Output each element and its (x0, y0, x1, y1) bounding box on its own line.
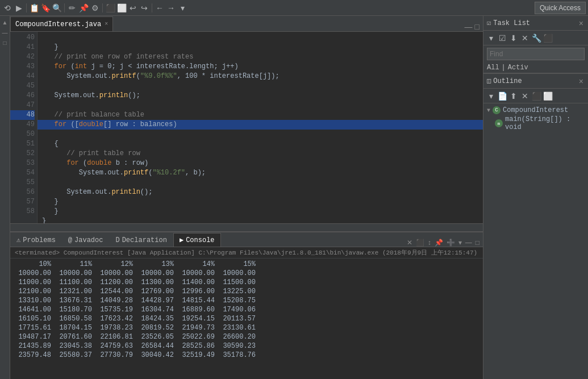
task-list-icon: ☑ (487, 19, 491, 27)
outline-class-item[interactable]: ▼ C CompoundInterest (483, 106, 588, 115)
outline-btn-4[interactable]: ✕ (520, 91, 530, 101)
ln-44: 44 (10, 72, 35, 81)
editor-tab-close[interactable]: × (105, 21, 108, 27)
col-14: 14% (178, 260, 219, 269)
console-pin-btn[interactable]: 📌 (433, 239, 444, 247)
console-data-row-5: 14641.0015180.7015735.1916304.7416889.60… (15, 305, 478, 314)
toolbar-btn-10[interactable]: ⬜ (116, 3, 127, 13)
toolbar-btn-3[interactable]: 📋 (29, 3, 39, 13)
task-list-title: Task List (493, 19, 530, 27)
task-filter-active-label[interactable]: Activ (508, 64, 528, 72)
toolbar-sep-1 (26, 3, 27, 13)
tab-max-btn[interactable]: □ (474, 22, 481, 31)
ln-43: 43 (10, 62, 35, 72)
task-btn-4[interactable]: ✕ (520, 33, 530, 43)
toolbar-btn-11[interactable]: ↩ (128, 3, 138, 13)
gutter-btn-up[interactable]: ▲ (1, 18, 9, 26)
outline-section: ◫ Outline × ▾ 📄 ⬆ ✕ ⬛ ⬜ ▼ C CompoundInte… (483, 73, 588, 379)
h-scrollbar[interactable] (10, 223, 483, 231)
outline-method-icon: m (495, 119, 503, 127)
outline-btn-3[interactable]: ⬆ (508, 91, 519, 101)
main-layout: ▲ — □ CompoundInterest.java × — □ 40 (0, 16, 588, 379)
task-find-input[interactable] (487, 48, 585, 60)
outline-icon: ◫ (487, 77, 491, 85)
outline-class-icon: C (493, 106, 501, 114)
ln-52: 52 (10, 149, 35, 159)
col-15: 15% (219, 260, 260, 269)
col-11: 11% (56, 260, 97, 269)
ln-56: 56 (10, 188, 35, 197)
console-data-row-8: 19487.1720761.6022106.8123526.0525022.69… (15, 332, 478, 341)
ln-45: 45 (10, 81, 35, 91)
ln-46: 46 (10, 91, 35, 101)
console-data-row-3: 12100.0012321.0012544.0012769.0012996.00… (15, 287, 478, 296)
ln-53: 53 (10, 159, 35, 168)
console-scroll-btn[interactable]: ↕ (427, 239, 432, 247)
outline-close-btn[interactable]: × (578, 77, 585, 86)
console-stop-btn[interactable]: ⬛ (415, 239, 426, 247)
task-btn-1[interactable]: ▾ (486, 33, 496, 43)
outline-btn-6[interactable]: ⬜ (543, 91, 553, 101)
console-new-btn[interactable]: ➕ (445, 239, 456, 247)
gutter-btn-min[interactable]: — (1, 28, 9, 36)
col-10: 10% (15, 260, 56, 269)
tab-declaration[interactable]: D Declaration (109, 233, 173, 247)
toolbar-btn-6[interactable]: ✏ (67, 3, 77, 13)
col-12: 12% (97, 260, 137, 269)
bottom-tabs: ⚠ Problems @ Javadoc D Declaration ▶ Con… (10, 232, 483, 247)
toolbar-btn-8[interactable]: ⚙ (90, 3, 100, 13)
gutter-btn-max[interactable]: □ (1, 39, 9, 47)
ln-42: 42 (10, 52, 35, 62)
outline-btn-5[interactable]: ⬛ (531, 91, 541, 101)
tab-min-btn[interactable]: — (464, 22, 474, 31)
ln-57: 57 (10, 197, 35, 207)
task-btn-3[interactable]: ⬇ (508, 33, 519, 43)
task-filter-all-label[interactable]: All (487, 64, 499, 72)
console-data-row-7: 17715.6118704.1519738.2320819.5221949.73… (15, 323, 478, 332)
console-content[interactable]: 10% 11% 12% 13% 14% 15% 10000.0010000.00… (10, 259, 483, 379)
console-min-btn[interactable]: — (464, 239, 473, 247)
ln-51: 51 (10, 139, 35, 149)
outline-btn-2[interactable]: 📄 (497, 91, 507, 101)
console-max-btn[interactable]: □ (474, 239, 481, 247)
outline-content: ▼ C CompoundInterest m main(String[]) : … (483, 103, 588, 379)
bottom-panel: ⚠ Problems @ Javadoc D Declaration ▶ Con… (10, 231, 483, 379)
ln-48: 48 (10, 110, 35, 120)
toolbar-btn-nav-drop[interactable]: ▾ (177, 3, 187, 13)
tab-javadoc[interactable]: @ Javadoc (62, 233, 110, 247)
task-list-toolbar: ▾ ☑ ⬇ ✕ 🔧 ⬛ (483, 31, 588, 45)
toolbar-btn-nav-fwd[interactable]: → (166, 3, 176, 13)
outline-header: ◫ Outline × (483, 74, 588, 89)
editor-scroll[interactable]: } // print one row of interest rates for… (37, 32, 483, 223)
toolbar-btn-2[interactable]: ▶ (14, 3, 24, 13)
ln-47: 47 (10, 101, 35, 110)
editor-tab-compound[interactable]: CompoundInterest.java × (10, 16, 113, 31)
toolbar-btn-nav-back[interactable]: ← (155, 3, 165, 13)
tab-console[interactable]: ▶ Console (173, 233, 221, 247)
outline-method-name: main(String[]) : void (505, 115, 585, 131)
task-btn-6[interactable]: ⬛ (543, 33, 553, 43)
toolbar-btn-1[interactable]: ⟲ (2, 3, 12, 13)
task-btn-2[interactable]: ☑ (497, 33, 507, 43)
outline-method-item[interactable]: m main(String[]) : void (483, 115, 588, 132)
toolbar-btn-12[interactable]: ↪ (139, 3, 149, 13)
editor-tab-label: CompoundInterest.java (15, 20, 101, 28)
toolbar-btn-7[interactable]: 📌 (78, 3, 89, 13)
outline-btn-1[interactable]: ▾ (486, 91, 496, 101)
console-data-row-1: 10000.0010000.0010000.0010000.0010000.00… (15, 269, 478, 278)
toolbar-sep-2 (64, 3, 65, 13)
task-list-close-btn[interactable]: × (578, 19, 585, 28)
right-panel: ☑ Task List × ▾ ☑ ⬇ ✕ 🔧 ⬛ All | Activ ◫ … (483, 16, 588, 379)
tab-problems[interactable]: ⚠ Problems (10, 233, 62, 247)
task-list-header: ☑ Task List × (483, 16, 588, 31)
tab-controls: — □ (464, 22, 483, 31)
task-btn-5[interactable]: 🔧 (531, 33, 541, 43)
console-clear-btn[interactable]: ✕ (406, 239, 414, 247)
toolbar-btn-5[interactable]: 🔍 (52, 3, 62, 13)
toolbar-btn-9[interactable]: ⬛ (105, 3, 115, 13)
quick-access-button[interactable]: Quick Access (535, 2, 586, 14)
toolbar-btn-4[interactable]: 🔖 (40, 3, 51, 13)
console-opt-btn[interactable]: ▾ (457, 239, 463, 247)
center-content: CompoundInterest.java × — □ 40 41 42 43 … (10, 16, 483, 379)
problems-label: Problems (23, 236, 56, 244)
